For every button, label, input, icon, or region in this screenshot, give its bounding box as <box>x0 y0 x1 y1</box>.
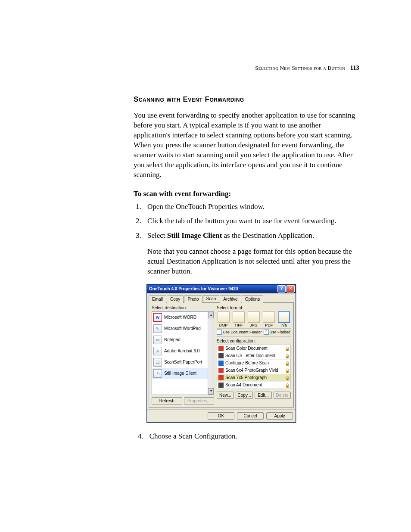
step-3: Select Still Image Client as the Destina… <box>143 230 359 241</box>
onetouch-dialog: OneTouch 4.0 Properties for Visioneer 94… <box>146 284 296 423</box>
dialog-titlebar: OneTouch 4.0 Properties for Visioneer 94… <box>147 285 296 293</box>
dest-item-notepad[interactable]: ▭ Notepad <box>152 334 214 345</box>
svg-rect-0 <box>218 346 224 351</box>
step-2: Click the tab of the button you want to … <box>143 216 359 226</box>
dest-label: ScanSoft PaperPort <box>164 360 202 364</box>
jpg-icon <box>248 311 260 323</box>
properties-button[interactable]: Properties... <box>184 397 215 404</box>
gear-icon <box>218 361 224 366</box>
document-icon <box>218 353 224 358</box>
palette-icon <box>218 368 224 373</box>
dest-item-still-image[interactable]: ⎙ Still Image Client <box>152 368 214 379</box>
running-header: Selecting New Settings for a Button 113 <box>134 65 359 72</box>
left-column: Select destination: W Microsoft WORD ✎ M… <box>152 305 214 404</box>
step-1: Open the OneTouch Properties window. <box>143 202 359 212</box>
section-heading: Scanning with Event Forwarding <box>134 95 359 104</box>
tab-photo[interactable]: Photo <box>184 296 202 303</box>
palette-icon <box>218 346 224 351</box>
dialog-title: OneTouch 4.0 Properties for Visioneer 94… <box>149 286 277 291</box>
cfg-7x5-photo[interactable]: Scan 7x5 Photograph 🔒 <box>217 374 290 382</box>
dest-label: Still Image Client <box>164 371 196 376</box>
new-button[interactable]: New... <box>217 392 234 399</box>
config-list[interactable]: Scan Color Document 🔒 Scan US Letter Doc… <box>217 345 291 389</box>
step-4: Choose a Scan Configuration. <box>143 431 359 442</box>
dest-item-wordpad[interactable]: ✎ Microsoft WordPad <box>152 323 214 334</box>
apply-button[interactable]: Apply <box>266 412 293 420</box>
right-column: Select format: BMP TIFF JPG PDF n/a Use … <box>217 305 291 404</box>
destination-scrollbar[interactable]: ▴ ▾ <box>208 312 214 395</box>
tab-copy[interactable]: Copy <box>167 296 184 303</box>
cfg-6x4-vivid[interactable]: Scan 6x4 PhotoGraph Vivid 🔒 <box>217 367 290 374</box>
svg-rect-4 <box>218 375 224 380</box>
dialog-tabs: Email Copy Photo Scan Archive Options <box>147 293 296 302</box>
close-button[interactable]: × <box>286 285 295 292</box>
dest-item-paperport[interactable]: ❏ ScanSoft PaperPort <box>152 357 214 368</box>
edit-button[interactable]: Edit... <box>255 392 272 399</box>
procedure-heading: To scan with event forwarding: <box>134 190 359 198</box>
refresh-button[interactable]: Refresh <box>152 397 182 404</box>
tab-options[interactable]: Options <box>242 296 263 303</box>
tab-archive[interactable]: Archive <box>220 296 241 303</box>
bmp-icon <box>218 311 230 323</box>
select-destination-label: Select destination: <box>152 305 214 310</box>
dialog-footer: OK Cancel Apply <box>147 409 296 422</box>
step-3-note: Note that you cannot choose a page forma… <box>147 247 359 277</box>
cfg-color-document[interactable]: Scan Color Document 🔒 <box>217 345 290 352</box>
tiff-icon <box>233 311 245 323</box>
still-image-icon: ⎙ <box>153 369 162 378</box>
lock-icon: 🔒 <box>285 346 289 351</box>
document-icon <box>218 383 224 388</box>
format-jpg[interactable]: JPG <box>247 311 260 327</box>
pdf-icon <box>263 311 275 323</box>
lock-icon: 🔒 <box>285 361 289 365</box>
format-tiff[interactable]: TIFF <box>232 311 245 327</box>
select-config-label: Select configuration: <box>217 339 291 343</box>
cfg-us-letter[interactable]: Scan US Letter Document 🔒 <box>217 352 290 360</box>
delete-button[interactable]: Delete <box>274 392 291 399</box>
ok-button[interactable]: OK <box>208 412 234 420</box>
dest-item-acrobat[interactable]: A Adobe Acrobat 6.0 <box>152 345 214 357</box>
dest-label: Microsoft WordPad <box>164 326 201 331</box>
paperport-icon: ❏ <box>153 358 162 367</box>
header-section-title: Selecting New Settings for a Button <box>255 65 345 71</box>
svg-rect-1 <box>218 353 224 358</box>
cancel-button[interactable]: Cancel <box>237 412 264 420</box>
lock-icon: 🔒 <box>285 354 289 358</box>
palette-icon <box>218 375 224 380</box>
lock-icon: 🔒 <box>285 376 289 380</box>
dest-label: Microsoft WORD <box>164 315 196 320</box>
format-row: BMP TIFF JPG PDF n/a <box>217 311 291 327</box>
dest-label: Notepad <box>164 337 181 342</box>
source-checks: Use Document Feeder ✓ Use Flatbed <box>217 328 291 337</box>
scroll-down-icon[interactable]: ▾ <box>208 388 214 395</box>
tab-scan[interactable]: Scan <box>203 295 220 302</box>
cfg-configure-before[interactable]: Configure Before Scan 🔒 <box>217 360 290 367</box>
intro-paragraph: You use event forwarding to specify anot… <box>134 111 359 180</box>
steps-list-continued: Choose a Scan Configuration. <box>134 431 359 442</box>
scroll-up-icon[interactable]: ▴ <box>208 312 214 318</box>
svg-rect-5 <box>218 383 224 388</box>
format-bmp[interactable]: BMP <box>217 311 230 327</box>
svg-rect-3 <box>218 368 224 373</box>
tab-email[interactable]: Email <box>149 296 166 303</box>
destination-list[interactable]: W Microsoft WORD ✎ Microsoft WordPad ▭ N… <box>152 311 214 395</box>
dest-item-word[interactable]: W Microsoft WORD <box>152 312 214 323</box>
notepad-icon: ▭ <box>153 336 162 344</box>
feeder-check[interactable]: Use Document Feeder <box>217 330 262 335</box>
steps-list: Open the OneTouch Properties window. Cli… <box>134 202 359 241</box>
checkbox-icon: ✓ <box>264 330 269 335</box>
dialog-body: Select destination: W Microsoft WORD ✎ M… <box>149 302 294 408</box>
format-pdf[interactable]: PDF <box>262 311 276 327</box>
lock-icon: 🔒 <box>285 383 289 387</box>
dest-label: Adobe Acrobat 6.0 <box>164 348 199 353</box>
lock-icon: 🔒 <box>285 368 289 373</box>
acrobat-icon: A <box>153 347 162 355</box>
copy-button[interactable]: Copy... <box>236 392 253 399</box>
flatbed-check[interactable]: ✓ Use Flatbed <box>264 330 291 335</box>
cfg-a4-document[interactable]: Scan A4 Document 🔒 <box>217 382 290 389</box>
format-na[interactable]: n/a <box>277 311 291 327</box>
word-icon: W <box>153 313 162 322</box>
help-button[interactable]: ? <box>277 285 286 292</box>
svg-rect-2 <box>218 361 224 366</box>
na-icon <box>278 311 290 323</box>
